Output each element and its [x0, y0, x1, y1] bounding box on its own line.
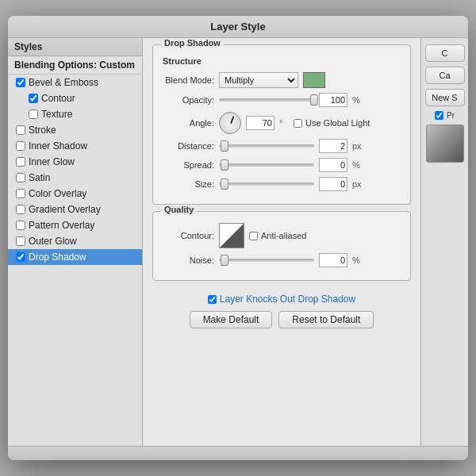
outer-glow-label: Outer Glow — [29, 236, 77, 247]
layer-style-dialog: Layer Style Styles Blending Options: Cus… — [8, 16, 468, 460]
opacity-slider[interactable] — [219, 98, 314, 102]
contour-checkbox[interactable] — [29, 94, 38, 103]
dialog-title: Layer Style — [8, 16, 468, 38]
sidebar-item-stroke[interactable]: Stroke — [8, 122, 142, 138]
inner-glow-checkbox[interactable] — [16, 157, 25, 167]
color-overlay-checkbox[interactable] — [16, 189, 25, 198]
new-style-button[interactable]: New S — [425, 89, 465, 106]
distance-unit: px — [352, 141, 362, 151]
size-slider[interactable] — [219, 182, 314, 186]
noise-row: Noise: % — [163, 253, 401, 267]
contour-label: Contour: — [163, 231, 214, 240]
use-global-light-text: Use Global Light — [305, 118, 370, 128]
preview-checkbox[interactable] — [435, 111, 443, 120]
sidebar-item-gradient-overlay[interactable]: Gradient Overlay — [8, 202, 142, 217]
texture-label: Texture — [41, 109, 72, 120]
sidebar-item-pattern-overlay[interactable]: Pattern Overlay — [8, 217, 142, 233]
gradient-overlay-checkbox[interactable] — [16, 205, 25, 214]
drop-shadow-section: Drop Shadow Structure Blend Mode: Multip… — [152, 44, 411, 205]
styles-header: Styles — [8, 38, 142, 56]
noise-label: Noise: — [163, 255, 214, 265]
dialog-bottom-bar — [8, 446, 468, 460]
satin-checkbox[interactable] — [16, 173, 25, 182]
contour-preview[interactable] — [219, 223, 244, 248]
size-unit: px — [352, 179, 362, 189]
blending-options-item[interactable]: Blending Options: Custom — [8, 56, 142, 75]
bevel-emboss-checkbox[interactable] — [16, 78, 25, 87]
ok-button[interactable]: C — [425, 44, 465, 62]
reset-to-default-button[interactable]: Reset to Default — [278, 311, 374, 328]
inner-glow-label: Inner Glow — [29, 156, 75, 167]
stroke-label: Stroke — [29, 125, 56, 136]
sidebar-item-contour[interactable]: Contour — [8, 90, 142, 106]
left-panel: Styles Blending Options: Custom Bevel & … — [8, 38, 143, 446]
spread-label: Spread: — [163, 160, 214, 170]
opacity-label: Opacity: — [163, 95, 214, 105]
blend-mode-select[interactable]: Multiply — [219, 72, 298, 88]
make-default-button[interactable]: Make Default — [190, 311, 273, 328]
shadow-color-swatch[interactable] — [303, 72, 325, 88]
blend-mode-row: Blend Mode: Multiply — [163, 72, 401, 88]
angle-row: Angle: ° Use Global Light — [163, 112, 401, 134]
blend-mode-label: Blend Mode: — [163, 75, 214, 85]
drop-shadow-checkbox[interactable] — [16, 252, 25, 262]
angle-unit: ° — [279, 118, 289, 128]
satin-label: Satin — [29, 172, 50, 183]
outer-glow-checkbox[interactable] — [16, 236, 25, 246]
noise-input[interactable] — [319, 253, 347, 267]
size-row: Size: px — [163, 177, 401, 191]
opacity-row: Opacity: % — [163, 93, 401, 107]
preview-text: Pr — [447, 111, 455, 120]
size-label: Size: — [163, 179, 214, 189]
spread-unit: % — [352, 160, 362, 170]
size-input[interactable] — [319, 177, 347, 191]
angle-input[interactable] — [246, 116, 274, 130]
cancel-button[interactable]: Ca — [425, 67, 465, 84]
angle-label: Angle: — [163, 118, 214, 128]
sidebar-item-satin[interactable]: Satin — [8, 170, 142, 186]
distance-row: Distance: px — [163, 139, 401, 153]
pattern-overlay-checkbox[interactable] — [16, 221, 25, 230]
stroke-checkbox[interactable] — [16, 125, 25, 135]
sidebar-item-inner-glow[interactable]: Inner Glow — [8, 154, 142, 170]
svg-marker-0 — [220, 224, 244, 248]
noise-unit: % — [352, 255, 362, 265]
structure-subtitle: Structure — [163, 56, 401, 66]
inner-shadow-checkbox[interactable] — [16, 141, 25, 151]
layer-knocks-checkbox[interactable] — [208, 295, 217, 304]
distance-input[interactable] — [319, 139, 347, 153]
preview-label[interactable]: Pr — [435, 111, 455, 120]
sidebar-item-outer-glow[interactable]: Outer Glow — [8, 233, 142, 249]
color-overlay-label: Color Overlay — [29, 188, 86, 199]
sidebar-item-drop-shadow[interactable]: Drop Shadow — [8, 249, 142, 265]
spread-input[interactable] — [319, 158, 347, 172]
right-panel: C Ca New S Pr — [420, 38, 468, 446]
layer-knocks-row: Layer Knocks Out Drop Shadow — [152, 294, 411, 305]
angle-dial[interactable] — [219, 112, 241, 134]
spread-slider[interactable] — [219, 163, 314, 167]
contour-label: Contour — [41, 93, 75, 104]
preview-box — [426, 125, 464, 163]
sidebar-item-texture[interactable]: Texture — [8, 106, 142, 122]
distance-slider[interactable] — [219, 144, 314, 148]
anti-alias-text: Anti-aliased — [261, 231, 306, 240]
sidebar-item-color-overlay[interactable]: Color Overlay — [8, 186, 142, 202]
quality-section: Quality Contour: Anti-aliased — [152, 211, 411, 281]
opacity-input[interactable] — [319, 93, 347, 107]
use-global-light-label[interactable]: Use Global Light — [294, 118, 370, 128]
use-global-light-checkbox[interactable] — [294, 119, 302, 128]
texture-checkbox[interactable] — [29, 109, 38, 119]
pattern-overlay-label: Pattern Overlay — [29, 220, 94, 231]
sidebar-item-bevel-emboss[interactable]: Bevel & Emboss — [8, 75, 142, 90]
inner-shadow-label: Inner Shadow — [29, 140, 87, 152]
anti-alias-checkbox[interactable] — [249, 232, 258, 240]
drop-shadow-title: Drop Shadow — [161, 38, 224, 48]
anti-alias-label[interactable]: Anti-aliased — [249, 231, 306, 240]
drop-shadow-label: Drop Shadow — [29, 251, 86, 263]
noise-slider[interactable] — [219, 259, 314, 262]
middle-panel: Drop Shadow Structure Blend Mode: Multip… — [143, 38, 420, 446]
spread-row: Spread: % — [163, 158, 401, 172]
sidebar-item-inner-shadow[interactable]: Inner Shadow — [8, 138, 142, 154]
contour-row: Contour: Anti-aliased — [163, 223, 401, 248]
opacity-unit: % — [352, 95, 362, 105]
